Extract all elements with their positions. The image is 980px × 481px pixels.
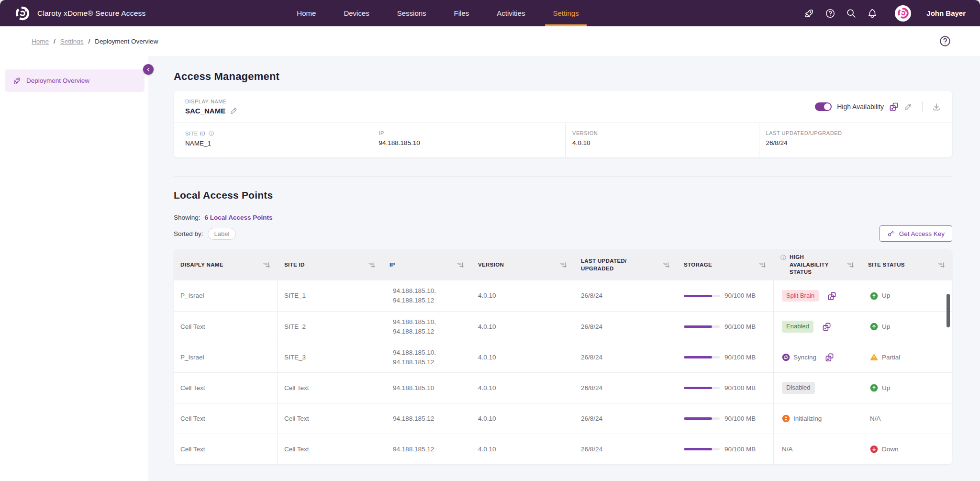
edit-ha-icon[interactable] — [904, 102, 913, 111]
table-row[interactable]: Cell Text Cell Text 94.188.185.10 4.0.10… — [174, 372, 952, 403]
initializing-icon — [782, 414, 790, 423]
sort-chip-label[interactable]: Label — [208, 228, 236, 240]
ha-pair-icon[interactable] — [822, 322, 831, 331]
table-row[interactable]: Cell Text Cell Text 94.188.185.12 4.0.10… — [174, 403, 952, 434]
sort-filter-icon[interactable] — [263, 262, 270, 268]
site-info-row: SITE ID NAME_1 IP 94.188.185.10 VERSION … — [174, 123, 952, 157]
table-scrollbar-thumb[interactable] — [947, 294, 950, 327]
ha-status-badge: Split Brain — [782, 290, 819, 302]
edit-display-name-icon[interactable] — [230, 107, 238, 115]
ip-line: 94.188.185.12 — [393, 445, 465, 454]
column-header-label: STORAGE — [684, 261, 712, 269]
column-header-3: VERSION — [471, 258, 574, 272]
table-row[interactable]: P_Israel SITE_1 94.188.185.10,94.188.185… — [174, 280, 952, 311]
get-access-key-button[interactable]: Get Access Key — [880, 225, 952, 242]
site-status-text: Up — [882, 322, 890, 332]
info-value: 4.0.10 — [572, 139, 759, 146]
column-header-label: LAST UPDATED/ UPGRADED — [581, 257, 659, 272]
column-header-7: SITE STATUS — [861, 258, 952, 272]
breadcrumb-home[interactable]: Home — [32, 38, 49, 45]
column-header-label: VERSION — [478, 261, 504, 269]
table-row[interactable]: Cell Text SITE_2 94.188.185.10,94.188.18… — [174, 311, 952, 342]
ha-status-text: N/A — [782, 445, 793, 454]
ha-pair-icon[interactable] — [889, 102, 899, 112]
sort-filter-icon[interactable] — [846, 262, 854, 268]
sort-filter-icon[interactable] — [368, 262, 375, 268]
info-icon[interactable] — [780, 254, 787, 261]
sidebar-collapse-button[interactable] — [143, 64, 154, 75]
cell-version: 4.0.10 — [471, 322, 574, 332]
sort-filter-icon[interactable] — [457, 262, 464, 268]
divider — [922, 101, 923, 112]
page-title: Access Management — [174, 70, 952, 83]
cell-site-id: SITE_2 — [278, 322, 383, 332]
site-status-text: Up — [882, 291, 890, 301]
claroty-logo-icon — [14, 5, 31, 22]
main-content: Access Management DISPLAY NAME SAC_NAME … — [148, 56, 980, 481]
nav-activities[interactable]: Activities — [489, 0, 533, 26]
nav-home[interactable]: Home — [289, 0, 323, 26]
local-access-points-title: Local Access Points — [174, 190, 952, 201]
cell-last-updated: 26/8/24 — [574, 353, 677, 362]
ip-line: 94.188.185.10, — [393, 317, 465, 327]
column-header-label: SITE STATUS — [868, 261, 905, 269]
app-body: Deployment Overview Access Management DI… — [0, 56, 980, 481]
help-icon[interactable] — [825, 8, 835, 19]
site-status-text: Down — [882, 445, 899, 454]
nav-sessions[interactable]: Sessions — [390, 0, 434, 26]
storage-text: 90/100 MB — [724, 353, 756, 362]
showing-count-link[interactable]: 6 Local Access Points — [205, 214, 273, 221]
sort-filter-icon[interactable] — [559, 262, 567, 268]
info-ip: IP 94.188.185.10 — [372, 123, 566, 157]
avatar[interactable] — [895, 5, 911, 22]
column-header-1: SITE ID — [278, 258, 383, 272]
cell-ip: 94.188.185.12 — [383, 414, 471, 424]
nav-settings[interactable]: Settings — [545, 0, 586, 26]
nav-devices[interactable]: Devices — [336, 0, 377, 26]
main-nav: Home Devices Sessions Files Activities S… — [289, 0, 586, 26]
rocket-icon[interactable] — [804, 8, 814, 19]
sort-filter-icon[interactable] — [758, 262, 766, 268]
site-status-text: Partial — [882, 353, 900, 362]
site-status-up-icon — [870, 384, 878, 392]
download-icon[interactable] — [932, 102, 941, 111]
cell-site-status: Up — [861, 291, 952, 301]
sort-filter-icon[interactable] — [662, 262, 669, 268]
info-icon[interactable] — [208, 130, 214, 136]
table-header-row: DISAPLY NAME SITE ID IP VERSION LAST UPD… — [174, 249, 952, 280]
nav-files[interactable]: Files — [446, 0, 477, 26]
cell-version: 4.0.10 — [471, 383, 574, 393]
high-availability-label: High Availability — [837, 103, 884, 111]
cell-site-id: Cell Text — [278, 414, 383, 424]
cell-version: 4.0.10 — [471, 291, 574, 301]
cell-display-name: Cell Text — [174, 373, 278, 403]
info-label: IP — [379, 130, 385, 136]
cell-site-id: Cell Text — [278, 383, 383, 393]
storage-progress-bar — [684, 387, 720, 389]
table-row[interactable]: Cell Text Cell Text 94.188.185.12 4.0.10… — [174, 434, 952, 464]
top-navigation-bar: Claroty xDome® Secure Access Home Device… — [0, 0, 980, 26]
app-title: Claroty xDome® Secure Access — [37, 9, 145, 18]
bell-icon[interactable] — [867, 8, 878, 19]
table-row[interactable]: P_Israel SITE_3 94.188.185.10,94.188.185… — [174, 342, 952, 372]
access-management-card: DISPLAY NAME SAC_NAME High Availability — [174, 91, 952, 157]
column-header-label: IP — [390, 261, 395, 269]
high-availability-toggle[interactable] — [815, 102, 832, 111]
cell-ip: 94.188.185.10,94.188.185.12 — [383, 286, 471, 305]
table-body: P_Israel SITE_1 94.188.185.10,94.188.185… — [174, 280, 952, 464]
page-help-icon[interactable] — [939, 35, 951, 47]
search-icon[interactable] — [846, 8, 857, 19]
ha-pair-icon[interactable] — [825, 353, 834, 362]
info-value: NAME_1 — [185, 140, 372, 147]
breadcrumb-bar: Home / Settings / Deployment Overview — [0, 26, 980, 56]
sort-filter-icon[interactable] — [937, 262, 945, 268]
ha-pair-icon[interactable] — [827, 291, 836, 301]
sidebar-item-deployment-overview[interactable]: Deployment Overview — [5, 69, 145, 92]
get-access-key-label: Get Access Key — [899, 230, 945, 237]
breadcrumb-settings[interactable]: Settings — [60, 38, 84, 45]
ha-status-badge: Disabled — [782, 382, 815, 394]
ip-line: 94.188.185.10, — [393, 348, 465, 358]
ip-line: 94.188.185.12 — [393, 414, 465, 424]
cell-display-name: P_Israel — [174, 342, 278, 372]
site-status-up-icon — [870, 292, 878, 300]
